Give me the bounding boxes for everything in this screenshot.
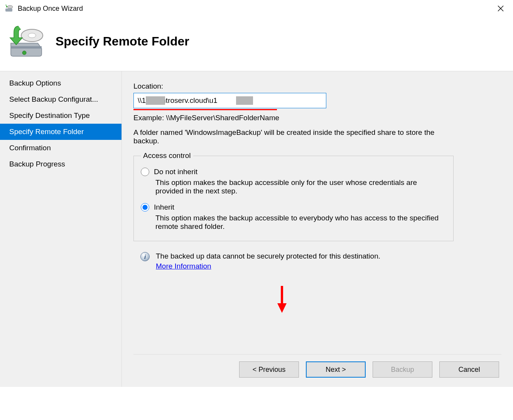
svg-rect-1 [5,8,12,12]
info-icon: i [140,252,150,261]
radio-inherit-label: Inherit [154,203,174,212]
next-button[interactable]: Next > [306,361,366,378]
highlight-underline [133,109,277,110]
page-title: Specify Remote Folder [56,34,189,49]
location-description: A folder named 'WindowsImageBackup' will… [133,128,446,145]
wizard-icon [7,24,44,59]
access-control-legend: Access control [141,151,193,160]
svg-rect-6 [11,46,42,49]
sidebar-step-backup-options[interactable]: Backup Options [0,75,122,91]
info-text: The backed up data cannot be securely pr… [156,252,380,260]
previous-button[interactable]: < Previous [239,361,299,378]
radio-do-not-inherit-label: Do not inherit [154,168,197,176]
radio-inherit-input[interactable] [141,203,149,212]
red-arrow-icon [276,286,288,313]
app-icon [5,4,14,13]
wizard-footer: < Previous Next > Backup Cancel [133,354,501,387]
location-example: Example: \\MyFileServer\SharedFolderName [133,114,501,122]
access-control-group: Access control Do not inherit This optio… [133,151,454,241]
sidebar-step-select-backup-configuration[interactable]: Select Backup Configurat... [0,91,122,108]
content-pane: Location: Example: \\MyFileServer\Shared… [122,71,513,387]
svg-point-0 [7,5,13,8]
svg-point-5 [28,33,36,38]
sidebar-step-backup-progress[interactable]: Backup Progress [0,156,122,172]
cancel-button[interactable]: Cancel [439,361,499,378]
title-bar: Backup Once Wizard [0,0,513,17]
sidebar-step-specify-destination-type[interactable]: Specify Destination Type [0,108,122,124]
radio-inherit-desc: This option makes the backup accessible … [155,214,441,231]
info-row: i The backed up data cannot be securely … [140,252,501,270]
radio-do-not-inherit[interactable]: Do not inherit [141,168,446,176]
radio-inherit[interactable]: Inherit [141,203,446,212]
close-button[interactable] [493,1,508,16]
step-sidebar: Backup Options Select Backup Configurat.… [0,71,122,387]
wizard-header: Specify Remote Folder [0,17,513,71]
svg-point-7 [22,51,26,55]
annotation-arrow-container [133,286,501,313]
wizard-body: Backup Options Select Backup Configurat.… [0,71,513,387]
radio-do-not-inherit-input[interactable] [141,168,149,176]
sidebar-step-specify-remote-folder[interactable]: Specify Remote Folder [0,124,122,140]
backup-button[interactable]: Backup [373,361,432,378]
more-information-link[interactable]: More Information [156,262,211,270]
window-title: Backup Once Wizard [18,5,493,13]
svg-marker-9 [277,303,287,313]
radio-do-not-inherit-desc: This option makes the backup accessible … [155,178,441,195]
sidebar-step-confirmation[interactable]: Confirmation [0,140,122,156]
location-label: Location: [133,82,501,91]
